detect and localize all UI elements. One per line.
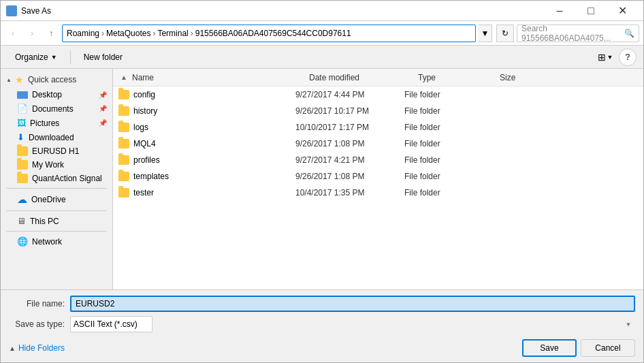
folder-icon bbox=[17, 174, 28, 183]
sidebar-item-label: EURUSD H1 bbox=[32, 146, 79, 156]
folder-icon bbox=[118, 106, 129, 116]
toolbar: Organize ▼ New folder ⊞ ▼ ? bbox=[1, 46, 643, 69]
help-button[interactable]: ? bbox=[619, 48, 637, 66]
sidebar-item-quantaction[interactable]: QuantAction Signal bbox=[1, 172, 112, 185]
folder-icon bbox=[17, 160, 28, 170]
pictures-icon: 🖼 bbox=[17, 118, 26, 128]
address-path[interactable]: Roaming › MetaQuotes › Terminal › 915566… bbox=[62, 25, 476, 42]
sidebar-item-label: Desktop bbox=[32, 90, 62, 99]
folder-icon bbox=[118, 139, 129, 148]
file-row[interactable]: history 9/26/2017 10:17 PM File folder bbox=[113, 103, 643, 119]
saveastype-wrapper: ASCII Text (*.csv) bbox=[70, 316, 635, 332]
onedrive-icon: ☁ bbox=[17, 193, 27, 206]
folder-icon bbox=[118, 155, 129, 165]
back-button[interactable]: ‹ bbox=[5, 25, 21, 42]
sidebar-item-network[interactable]: 🌐 Network bbox=[1, 234, 112, 249]
filename-input[interactable] bbox=[70, 296, 635, 312]
bottom-bar: File name: Save as type: ASCII Text (*.c… bbox=[1, 289, 643, 362]
dialog-icon bbox=[6, 5, 17, 16]
chevron-down-icon: ▲ bbox=[9, 345, 16, 352]
col-header-date[interactable]: Date modified bbox=[306, 73, 415, 82]
forward-button[interactable]: › bbox=[24, 25, 40, 42]
sidebar-item-onedrive[interactable]: ☁ OneDrive bbox=[1, 191, 112, 208]
address-dropdown-button[interactable]: ▼ bbox=[479, 25, 492, 42]
saveastype-label: Save as type: bbox=[9, 319, 70, 329]
file-row[interactable]: MQL4 9/26/2017 1:08 PM File folder bbox=[113, 136, 643, 152]
sort-up-button[interactable]: ▲ bbox=[118, 72, 129, 83]
sidebar-item-desktop[interactable]: Desktop 📌 bbox=[1, 88, 112, 101]
file-row[interactable]: templates 9/26/2017 1:08 PM File folder bbox=[113, 168, 643, 185]
main-content: ▲ ★ Quick access Desktop 📌 📄 Documents 📌… bbox=[1, 69, 643, 289]
sidebar-item-documents[interactable]: 📄 Documents 📌 bbox=[1, 101, 112, 116]
desktop-icon bbox=[17, 91, 28, 99]
title-bar-buttons: – □ ✕ bbox=[544, 1, 638, 21]
view-dropdown-icon: ▼ bbox=[607, 54, 613, 61]
sidebar-item-label: Pictures bbox=[30, 119, 59, 128]
download-icon: ⬇ bbox=[17, 132, 25, 142]
view-toggle-button[interactable]: ⊞ ▼ bbox=[594, 48, 616, 66]
path-item-hash[interactable]: 915566BA06ADA407569C544CC0D97611 bbox=[195, 29, 351, 38]
hide-folders-area: ▲ Hide Folders bbox=[9, 339, 518, 357]
quick-access-header[interactable]: ▲ ★ Quick access bbox=[1, 72, 112, 88]
network-icon: 🌐 bbox=[17, 236, 28, 247]
file-list: ▲ Name Date modified Type Size config 9/… bbox=[113, 69, 643, 289]
minimize-button[interactable]: – bbox=[544, 1, 575, 21]
quick-access-icon: ★ bbox=[14, 74, 25, 85]
network-section: 🌐 Network bbox=[1, 234, 112, 249]
quick-access-section: ▲ ★ Quick access Desktop 📌 📄 Documents 📌… bbox=[1, 72, 112, 185]
organize-button[interactable]: Organize ▼ bbox=[7, 48, 65, 66]
search-icon: 🔍 bbox=[624, 29, 634, 38]
folder-icon bbox=[118, 123, 129, 132]
refresh-button[interactable]: ↻ bbox=[496, 25, 514, 42]
cancel-button[interactable]: Cancel bbox=[581, 339, 635, 357]
filename-label: File name: bbox=[9, 299, 70, 309]
toolbar-right: ⊞ ▼ ? bbox=[594, 48, 637, 66]
col-header-type[interactable]: Type bbox=[415, 73, 497, 82]
sidebar-item-label: OneDrive bbox=[31, 195, 66, 204]
sidebar-item-label: Documents bbox=[32, 104, 74, 114]
file-row[interactable]: logs 10/10/2017 1:17 PM File folder bbox=[113, 119, 643, 136]
close-button[interactable]: ✕ bbox=[607, 1, 638, 21]
documents-icon: 📄 bbox=[17, 104, 28, 114]
sidebar-item-label: Downloaded bbox=[29, 133, 74, 142]
search-placeholder: Search 915566BA06ADA4075... bbox=[521, 24, 624, 43]
hide-folders-link[interactable]: Hide Folders bbox=[18, 343, 65, 353]
new-folder-button[interactable]: New folder bbox=[76, 48, 130, 66]
col-header-size[interactable]: Size bbox=[497, 73, 551, 82]
path-item-metaquotes[interactable]: MetaQuotes bbox=[106, 29, 150, 38]
toolbar-separator bbox=[70, 50, 71, 64]
saveastype-row: Save as type: ASCII Text (*.csv) bbox=[9, 316, 635, 332]
pin-icon: 📌 bbox=[99, 105, 107, 112]
sidebar-item-label: Network bbox=[32, 237, 62, 247]
sidebar-item-mywork[interactable]: My Work bbox=[1, 158, 112, 172]
saveastype-select[interactable]: ASCII Text (*.csv) bbox=[70, 316, 152, 332]
sidebar-divider-1 bbox=[6, 188, 107, 189]
col-header-name[interactable]: Name bbox=[129, 73, 306, 82]
folder-icon bbox=[118, 188, 129, 198]
maximize-button[interactable]: □ bbox=[575, 1, 607, 21]
path-item-roaming[interactable]: Roaming bbox=[67, 29, 99, 38]
sidebar-item-label: My Work bbox=[32, 160, 64, 170]
file-row[interactable]: tester 10/4/2017 1:35 PM File folder bbox=[113, 185, 643, 201]
organize-dropdown-icon: ▼ bbox=[51, 54, 57, 61]
save-button[interactable]: Save bbox=[522, 339, 577, 357]
sidebar-item-eurusd[interactable]: EURUSD H1 bbox=[1, 144, 112, 158]
sidebar-item-downloaded[interactable]: ⬇ Downloaded bbox=[1, 130, 112, 144]
sidebar-divider-2 bbox=[6, 210, 107, 211]
filename-row: File name: bbox=[9, 296, 635, 312]
quick-access-label: Quick access bbox=[28, 75, 76, 84]
search-box[interactable]: Search 915566BA06ADA4075... 🔍 bbox=[517, 25, 639, 42]
sidebar-item-thispc[interactable]: 🖥 This PC bbox=[1, 214, 112, 228]
pin-icon: 📌 bbox=[99, 119, 107, 127]
sidebar-divider-3 bbox=[6, 231, 107, 232]
computer-icon: 🖥 bbox=[17, 216, 26, 226]
sidebar-item-pictures[interactable]: 🖼 Pictures 📌 bbox=[1, 116, 112, 130]
folder-icon bbox=[118, 90, 129, 99]
file-row[interactable]: config 9/27/2017 4:44 PM File folder bbox=[113, 86, 643, 103]
file-row[interactable]: profiles 9/27/2017 4:21 PM File folder bbox=[113, 152, 643, 168]
sidebar: ▲ ★ Quick access Desktop 📌 📄 Documents 📌… bbox=[1, 69, 113, 289]
folder-icon bbox=[17, 146, 28, 156]
up-button[interactable]: ↑ bbox=[43, 25, 59, 42]
sidebar-item-label: QuantAction Signal bbox=[32, 174, 102, 183]
path-item-terminal[interactable]: Terminal bbox=[157, 29, 188, 38]
